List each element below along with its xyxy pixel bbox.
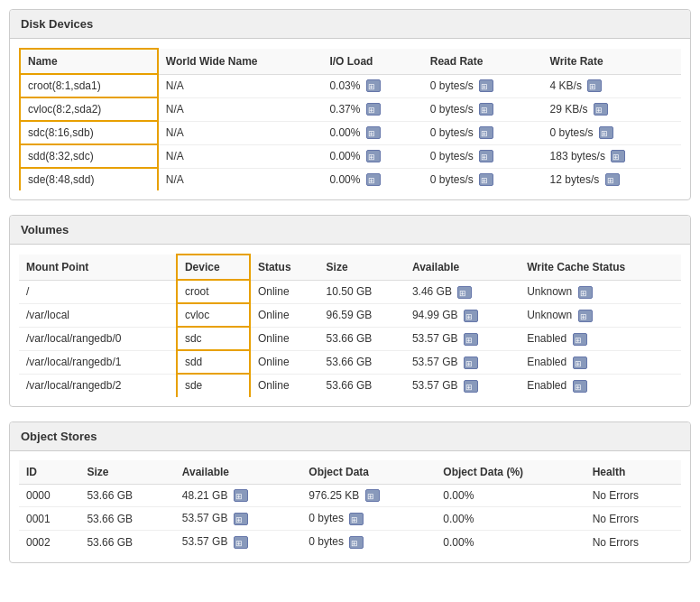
os-object-data-cell: 0 bytes (301, 507, 436, 531)
col-name: Name (20, 49, 158, 74)
vol-size-cell: 53.66 GB (319, 327, 405, 350)
disk-io-cell: 0.37% (322, 97, 422, 121)
vol-status-cell: Online (250, 280, 319, 303)
vol-available-cell: 3.46 GB (405, 280, 520, 303)
os-objdata-chart-icon[interactable] (365, 489, 380, 502)
disk-read-cell: 0 bytes/s (423, 97, 543, 121)
wcs-chart-icon[interactable] (573, 357, 587, 369)
disk-name-cell: croot(8:1,sda1) (20, 74, 158, 97)
io-chart-icon[interactable] (366, 103, 381, 116)
vol-col-available: Available (405, 255, 520, 280)
vol-device-cell: sdd (177, 350, 250, 374)
write-chart-icon[interactable] (587, 79, 602, 92)
write-chart-icon[interactable] (599, 126, 613, 139)
os-size-cell: 53.66 GB (79, 531, 174, 553)
volume-row: /var/local/rangedb/2 sde Online 53.66 GB… (19, 374, 681, 396)
io-chart-icon[interactable] (366, 79, 381, 92)
vol-mountpoint-cell: / (19, 280, 177, 303)
disk-device-row: sde(8:48,sdd) N/A 0.00% 0 bytes/s 12 byt… (20, 168, 681, 190)
vol-col-status: Status (250, 255, 319, 280)
disk-device-row: sdd(8:32,sdc) N/A 0.00% 0 bytes/s 183 by… (20, 144, 681, 168)
disk-devices-body: Name World Wide Name I/O Load Read Rate … (10, 39, 690, 199)
read-chart-icon[interactable] (479, 150, 493, 162)
disk-name-cell: sdc(8:16,sdb) (20, 121, 158, 144)
disk-io-cell: 0.00% (322, 168, 422, 190)
os-object-data-pct-cell: 0.00% (436, 507, 585, 531)
avail-chart-icon[interactable] (464, 357, 478, 369)
vol-device-cell: sdc (177, 327, 250, 350)
object-stores-table: ID Size Available Object Data Object Dat… (19, 460, 681, 553)
read-chart-icon[interactable] (479, 103, 493, 116)
wcs-chart-icon[interactable] (578, 310, 593, 322)
disk-wwn-cell: N/A (158, 144, 323, 168)
disk-write-cell: 29 KB/s (543, 97, 681, 121)
wcs-chart-icon[interactable] (578, 286, 593, 299)
disk-read-cell: 0 bytes/s (423, 74, 543, 97)
read-chart-icon[interactable] (479, 126, 493, 139)
os-object-data-pct-cell: 0.00% (436, 531, 585, 553)
io-chart-icon[interactable] (366, 173, 381, 186)
disk-name-cell: sde(8:48,sdd) (20, 168, 158, 190)
disk-read-cell: 0 bytes/s (423, 144, 543, 168)
disk-wwn-cell: N/A (158, 168, 323, 190)
write-chart-icon[interactable] (605, 173, 620, 186)
vol-col-device: Device (177, 255, 250, 280)
disk-write-cell: 0 bytes/s (543, 121, 681, 144)
os-objdata-chart-icon[interactable] (349, 513, 364, 525)
avail-chart-icon[interactable] (464, 380, 478, 393)
os-id-cell: 0002 (19, 531, 79, 553)
object-stores-title: Object Stores (21, 430, 97, 443)
os-avail-chart-icon[interactable] (234, 536, 248, 549)
disk-write-cell: 183 bytes/s (543, 144, 681, 168)
avail-chart-icon[interactable] (457, 286, 472, 299)
disk-write-cell: 4 KB/s (543, 74, 681, 97)
write-chart-icon[interactable] (594, 103, 608, 116)
col-io-load: I/O Load (322, 49, 422, 74)
os-col-health: Health (585, 460, 681, 485)
disk-wwn-cell: N/A (158, 97, 323, 121)
read-chart-icon[interactable] (479, 79, 493, 92)
vol-mountpoint-cell: /var/local/rangedb/0 (19, 327, 177, 350)
os-avail-chart-icon[interactable] (234, 489, 248, 502)
volumes-title: Volumes (21, 223, 69, 236)
vol-status-cell: Online (250, 327, 319, 350)
vol-size-cell: 96.59 GB (319, 303, 405, 327)
os-objdata-chart-icon[interactable] (349, 536, 364, 549)
disk-devices-title: Disk Devices (21, 17, 93, 31)
os-available-cell: 48.21 GB (175, 484, 302, 507)
vol-available-cell: 53.57 GB (405, 350, 520, 374)
os-health-cell: No Errors (585, 531, 681, 553)
os-size-cell: 53.66 GB (79, 484, 174, 507)
vol-status-cell: Online (250, 374, 319, 396)
disk-name-cell: cvloc(8:2,sda2) (20, 97, 158, 121)
wcs-chart-icon[interactable] (573, 380, 587, 393)
vol-col-size: Size (319, 255, 405, 280)
disk-device-row: cvloc(8:2,sda2) N/A 0.37% 0 bytes/s 29 K… (20, 97, 681, 121)
read-chart-icon[interactable] (479, 173, 493, 186)
vol-status-cell: Online (250, 303, 319, 327)
os-object-data-cell: 0 bytes (301, 531, 436, 553)
volumes-header: Volumes (10, 216, 690, 245)
vol-device-cell: sde (177, 374, 250, 396)
disk-io-cell: 0.00% (322, 144, 422, 168)
io-chart-icon[interactable] (366, 126, 381, 139)
io-chart-icon[interactable] (366, 150, 381, 162)
disk-write-cell: 12 bytes/s (543, 168, 681, 190)
os-avail-chart-icon[interactable] (234, 513, 248, 525)
os-id-cell: 0000 (19, 484, 79, 507)
avail-chart-icon[interactable] (464, 333, 478, 346)
vol-device-cell: croot (177, 280, 250, 303)
vol-size-cell: 10.50 GB (319, 280, 405, 303)
write-chart-icon[interactable] (611, 150, 625, 162)
os-size-cell: 53.66 GB (79, 507, 174, 531)
os-col-available: Available (175, 460, 302, 485)
vol-size-cell: 53.66 GB (319, 350, 405, 374)
os-available-cell: 53.57 GB (175, 507, 302, 531)
avail-chart-icon[interactable] (464, 310, 478, 322)
vol-mountpoint-cell: /var/local (19, 303, 177, 327)
disk-name-cell: sdd(8:32,sdc) (20, 144, 158, 168)
wcs-chart-icon[interactable] (573, 333, 587, 346)
volumes-body: Mount Point Device Status Size Available… (10, 245, 690, 405)
os-id-cell: 0001 (19, 507, 79, 531)
col-wwn: World Wide Name (158, 49, 323, 74)
